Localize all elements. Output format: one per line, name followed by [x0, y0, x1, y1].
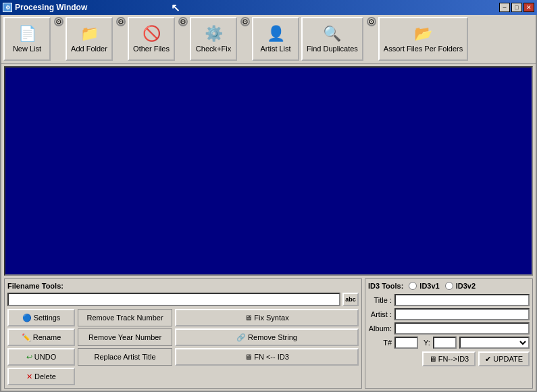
- find-dup-settings-icon[interactable]: ⚙: [367, 17, 376, 26]
- checkmark-icon: ✔: [485, 355, 491, 364]
- id3v2-radio[interactable]: [445, 282, 453, 290]
- replace-title-label: Replace Artist Title: [94, 353, 155, 361]
- check-fix-settings-icon[interactable]: ⚙: [240, 17, 250, 26]
- id3-track-input[interactable]: [394, 337, 418, 349]
- cursor-icon: ↖: [171, 1, 180, 14]
- undo-icon: ↩: [26, 353, 32, 362]
- fn-to-id3-icon: 🖥: [429, 355, 436, 363]
- fix-syntax-button[interactable]: 🖥 Fix Syntax: [175, 309, 359, 326]
- find-duplicates-label: Find Duplicates: [307, 45, 358, 53]
- tools-grid: 🔵 Settings ✏️ Rename ↩ UNDO ✕ Delete: [7, 309, 359, 385]
- id3v1-radio-group[interactable]: ID3v1: [409, 282, 439, 290]
- remove-string-label: Remove String: [248, 333, 297, 341]
- new-list-label: New List: [13, 45, 41, 53]
- id3-album-input[interactable]: [394, 322, 530, 335]
- assort-files-label: Assort Files Per Folders: [384, 45, 463, 53]
- id3-artist-row: Artist :: [368, 308, 530, 320]
- maximize-button[interactable]: □: [511, 3, 522, 12]
- other-files-label: Other Files: [133, 45, 170, 53]
- remove-track-label: Remove Track Number: [86, 314, 163, 322]
- settings-label: Settings: [34, 314, 61, 322]
- other-files-button[interactable]: 🚫 Other Files: [128, 17, 175, 61]
- other-files-icon: 🚫: [143, 25, 161, 43]
- other-files-settings-icon[interactable]: ⚙: [178, 17, 188, 26]
- fix-syntax-icon: 🖥: [245, 314, 252, 322]
- abc-button[interactable]: abc: [342, 293, 359, 306]
- artist-list-label: Artist List: [260, 45, 290, 53]
- fn-to-id3-label: FN-->ID3: [438, 355, 469, 363]
- fix-syntax-label: Fix Syntax: [254, 314, 288, 322]
- id3-track-label: T#: [368, 339, 392, 347]
- update-label: UPDATE: [493, 355, 523, 363]
- settings-icon: 🔵: [22, 314, 32, 322]
- filename-input-row: abc: [7, 293, 359, 306]
- id3-genre-select[interactable]: [459, 337, 530, 349]
- main-window: 📄 New List ⚙ 📁 Add Folder ⚙ 🚫 Other File…: [0, 15, 537, 392]
- replace-title-button[interactable]: Replace Artist Title: [78, 348, 172, 366]
- id3v2-radio-group[interactable]: ID3v2: [445, 282, 476, 290]
- check-fix-button[interactable]: ⚙️ Check+Fix: [190, 17, 237, 61]
- id3-album-label: Album:: [368, 324, 392, 333]
- id3-title-input[interactable]: [394, 294, 530, 306]
- id3-artist-label: Artist :: [368, 310, 392, 318]
- check-fix-label: Check+Fix: [196, 45, 231, 53]
- close-button[interactable]: ✕: [523, 3, 534, 12]
- window-title: Procesing Window: [15, 3, 87, 12]
- new-list-icon: 📄: [18, 25, 36, 43]
- settings-button[interactable]: 🔵 Settings: [7, 309, 75, 326]
- id3-header: ID3 Tools: ID3v1 ID3v2: [368, 282, 530, 290]
- fn-id3-label: FN <-- ID3: [254, 353, 289, 361]
- filename-tools-title: Filename Tools:: [7, 282, 359, 290]
- titlebar: ⚙ Procesing Window ↖ – □ ✕: [0, 0, 537, 15]
- id3-track-year-row: T# Y:: [368, 337, 530, 349]
- toolbar: 📄 New List ⚙ 📁 Add Folder ⚙ 🚫 Other File…: [1, 15, 536, 64]
- find-duplicates-icon: 🔍: [323, 25, 341, 43]
- fn-id3-button[interactable]: 🖥 FN <-- ID3: [175, 348, 359, 366]
- tools-col-left: 🔵 Settings ✏️ Rename ↩ UNDO ✕ Delete: [7, 309, 75, 385]
- find-duplicates-button[interactable]: 🔍 Find Duplicates: [301, 17, 363, 61]
- artist-list-icon: 👤: [267, 25, 285, 43]
- add-folder-button[interactable]: 📁 Add Folder: [66, 17, 113, 61]
- tools-col-mid: Remove Track Number Remove Year Number R…: [78, 309, 172, 385]
- remove-year-button[interactable]: Remove Year Number: [78, 328, 172, 346]
- fn-id3-icon: 🖥: [245, 353, 252, 361]
- id3-title-row: Title :: [368, 294, 530, 306]
- add-folder-icon: 📁: [80, 25, 99, 43]
- new-list-button[interactable]: 📄 New List: [3, 17, 51, 61]
- id3-year-input[interactable]: [433, 337, 457, 349]
- remove-string-icon: 🔗: [236, 333, 246, 342]
- id3-artist-input[interactable]: [394, 308, 530, 320]
- artist-list-button[interactable]: 👤 Artist List: [252, 17, 299, 61]
- id3v2-label: ID3v2: [456, 282, 476, 290]
- window-controls[interactable]: – □ ✕: [499, 3, 534, 12]
- minimize-button[interactable]: –: [499, 3, 510, 12]
- app-icon: ⚙: [3, 3, 12, 12]
- filename-tools-panel: Filename Tools: abc 🔵 Settings ✏️ Rename: [4, 278, 362, 389]
- filename-input[interactable]: [7, 293, 340, 306]
- assort-files-icon: 📂: [414, 25, 432, 43]
- bottom-section: Filename Tools: abc 🔵 Settings ✏️ Rename: [4, 278, 533, 389]
- tools-col-right: 🖥 Fix Syntax 🔗 Remove String 🖥 FN <-- ID…: [175, 309, 359, 385]
- id3v1-radio[interactable]: [409, 282, 417, 290]
- undo-button[interactable]: ↩ UNDO: [7, 348, 75, 366]
- id3-tools-title: ID3 Tools:: [368, 282, 403, 290]
- remove-track-button[interactable]: Remove Track Number: [78, 309, 172, 326]
- delete-label: Delete: [34, 372, 56, 381]
- fn-to-id3-button[interactable]: 🖥 FN-->ID3: [422, 351, 476, 366]
- add-folder-settings-icon[interactable]: ⚙: [116, 17, 126, 26]
- id3-album-row: Album:: [368, 322, 530, 335]
- id3-year-label: Y:: [424, 339, 430, 347]
- rename-icon: ✏️: [22, 333, 31, 342]
- content-area: [4, 66, 533, 276]
- delete-button[interactable]: ✕ Delete: [7, 368, 75, 385]
- id3-title-label: Title :: [368, 296, 392, 304]
- id3-tools-panel: ID3 Tools: ID3v1 ID3v2 Title : Artist :: [365, 278, 533, 389]
- remove-year-label: Remove Year Number: [88, 333, 161, 341]
- rename-button[interactable]: ✏️ Rename: [7, 328, 75, 346]
- delete-icon: ✕: [26, 372, 32, 381]
- assort-files-button[interactable]: 📂 Assort Files Per Folders: [378, 17, 468, 61]
- update-button[interactable]: ✔ UPDATE: [478, 351, 530, 366]
- remove-string-button[interactable]: 🔗 Remove String: [175, 328, 359, 346]
- new-list-settings-icon[interactable]: ⚙: [54, 17, 63, 26]
- add-folder-label: Add Folder: [71, 45, 107, 53]
